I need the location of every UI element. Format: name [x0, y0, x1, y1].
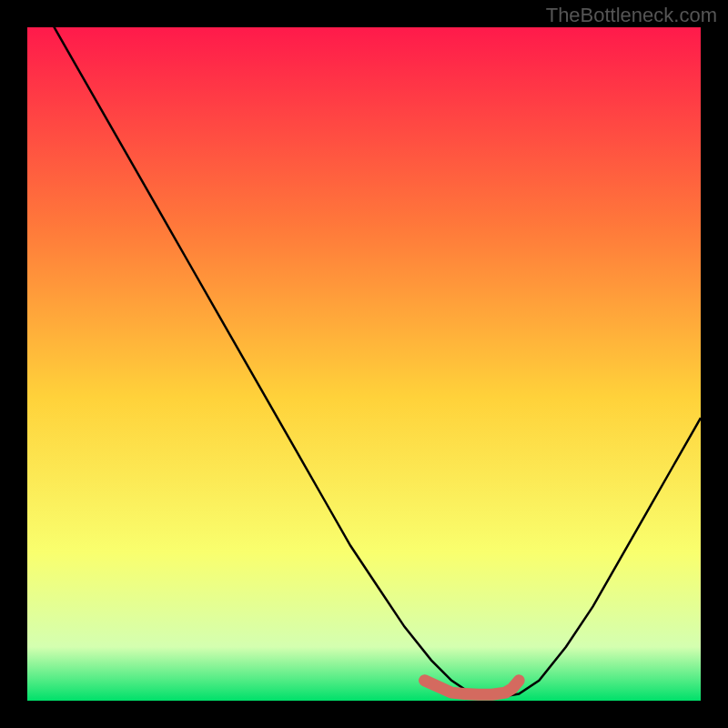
- highlight-dot: [420, 675, 430, 686]
- watermark: TheBottleneck.com: [546, 4, 717, 27]
- gradient-bg: [27, 27, 701, 701]
- chart-svg: [27, 27, 701, 701]
- chart-container: TheBottleneck.com: [0, 0, 728, 728]
- plot-area: [27, 27, 701, 701]
